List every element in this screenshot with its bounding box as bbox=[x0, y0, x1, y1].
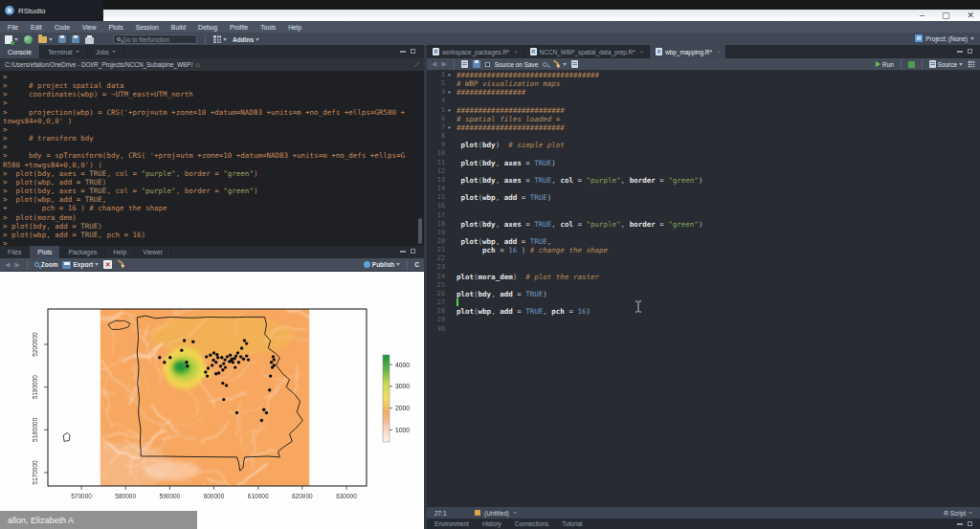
cursor-position: 27:1 bbox=[434, 510, 471, 517]
tab-files[interactable]: Files bbox=[0, 246, 30, 258]
menu-edit[interactable]: Edit bbox=[31, 24, 42, 31]
editor-tab-workspace-packages-r-[interactable]: Rworkspace_packages.R*× bbox=[427, 45, 524, 58]
console-output[interactable]: > > # project spatial data > coordinates… bbox=[0, 71, 424, 246]
run-icon bbox=[876, 61, 880, 67]
app-title: RStudio bbox=[18, 7, 45, 15]
code-line: 27 bbox=[427, 298, 980, 307]
menu-plots[interactable]: Plots bbox=[109, 24, 123, 31]
code-line: 18 plot(bdy, axes = TRUE, col = "purple"… bbox=[427, 220, 980, 229]
tab-help[interactable]: Help bbox=[105, 246, 135, 258]
svg-text:3000: 3000 bbox=[395, 383, 410, 389]
console-scrollbar[interactable] bbox=[418, 218, 422, 244]
publish-label: Publish bbox=[372, 261, 394, 268]
clear-plots-button[interactable] bbox=[117, 260, 125, 269]
plots-pane-buttons[interactable] bbox=[400, 249, 415, 253]
addins-button[interactable]: Addins bbox=[233, 36, 259, 43]
open-file-button[interactable] bbox=[38, 36, 53, 43]
code-line: 3▼################ bbox=[427, 88, 980, 97]
tab-terminal[interactable]: Terminal bbox=[40, 45, 88, 58]
refresh-plot-button[interactable]: C bbox=[414, 261, 419, 268]
svg-text:580000: 580000 bbox=[115, 493, 136, 499]
export-plot-button[interactable]: Export bbox=[62, 261, 99, 269]
compile-report-icon[interactable] bbox=[571, 60, 578, 68]
plot-pane: 5700005800005900006000006100006200006300… bbox=[0, 272, 424, 529]
tab-plots[interactable]: Plots bbox=[30, 246, 60, 258]
project-selector[interactable]: R Project: (None) bbox=[915, 34, 974, 42]
tab-connections[interactable]: Connections bbox=[515, 520, 549, 527]
working-directory: C:/Users/efallon/OneDrive - DOI/R_Projec… bbox=[5, 61, 192, 68]
tab-packages[interactable]: Packages bbox=[60, 246, 105, 258]
print-icon bbox=[85, 37, 94, 44]
save-all-button[interactable] bbox=[72, 35, 79, 43]
menu-build[interactable]: Build bbox=[171, 24, 186, 31]
next-plot-button[interactable]: ▶ bbox=[14, 261, 19, 269]
menu-profile[interactable]: Profile bbox=[230, 24, 248, 31]
source-on-save-checkbox[interactable] bbox=[485, 62, 490, 67]
editor-tab-wbp-mapping-r-[interactable]: Rwbp_mapping.R*× bbox=[650, 45, 726, 58]
editor-pane-buttons[interactable] bbox=[957, 49, 972, 54]
maximize-button[interactable]: ▢ bbox=[942, 11, 950, 20]
code-editor[interactable]: 1▼#################################2# WB… bbox=[427, 71, 980, 507]
menu-code[interactable]: Code bbox=[55, 24, 70, 31]
remove-plot-button[interactable]: ✕ bbox=[103, 260, 112, 269]
publish-button[interactable]: Publish bbox=[364, 261, 400, 268]
tab-viewer[interactable]: Viewer bbox=[135, 246, 171, 258]
popout-icon[interactable] bbox=[461, 60, 468, 68]
goto-placeholder: Go to file/function bbox=[122, 36, 169, 43]
tab-jobs[interactable]: Jobs bbox=[88, 45, 124, 58]
svg-text:630000: 630000 bbox=[336, 493, 357, 499]
code-line: 20 plot(wbp, add = TRUE, bbox=[427, 237, 980, 246]
tab-environment[interactable]: Environment bbox=[434, 520, 469, 527]
panes-grid-icon bbox=[213, 35, 221, 43]
goto-file-input[interactable]: Go to file/function bbox=[113, 34, 197, 44]
print-button[interactable] bbox=[85, 35, 94, 44]
file-type-selector[interactable]: R Script bbox=[944, 510, 972, 517]
islet-outline bbox=[63, 433, 70, 442]
tab-tutorial[interactable]: Tutorial bbox=[562, 520, 582, 527]
zoom-plot-button[interactable]: Zoom bbox=[34, 261, 58, 268]
editor-save-button[interactable] bbox=[473, 60, 480, 68]
save-button[interactable] bbox=[58, 35, 66, 43]
menu-help[interactable]: Help bbox=[288, 24, 301, 31]
window-controls: –▢✕ bbox=[920, 10, 974, 21]
env-pane-buttons[interactable] bbox=[957, 521, 972, 526]
home-icon[interactable]: ⌂ bbox=[195, 62, 199, 68]
svg-text:1000: 1000 bbox=[395, 427, 410, 433]
project-label: Project: (None) bbox=[925, 35, 968, 42]
r-file-icon: R bbox=[433, 48, 439, 55]
editor-tabbar: Rworkspace_packages.R*×RNCCN_WBP_spatial… bbox=[427, 45, 980, 58]
back-button[interactable]: ◀ bbox=[432, 60, 436, 68]
addins-label: Addins bbox=[233, 36, 254, 43]
console-pane-buttons[interactable] bbox=[400, 49, 415, 54]
find-icon[interactable] bbox=[543, 62, 547, 67]
close-tab-icon[interactable]: × bbox=[717, 49, 721, 55]
tab-history[interactable]: History bbox=[482, 520, 501, 527]
source-button[interactable]: Source bbox=[929, 60, 963, 68]
resize-icon: ⟋ bbox=[414, 61, 419, 69]
menu-tools[interactable]: Tools bbox=[260, 24, 276, 31]
document-name[interactable]: (Untitled) bbox=[484, 510, 509, 517]
menu-view[interactable]: View bbox=[82, 24, 97, 31]
code-line: 30 bbox=[427, 325, 980, 334]
menu-debug[interactable]: Debug bbox=[198, 24, 217, 31]
tab-console[interactable]: Console bbox=[0, 45, 40, 58]
close-tab-icon[interactable]: × bbox=[514, 49, 518, 55]
new-file-button[interactable] bbox=[5, 35, 18, 44]
close-tab-icon[interactable]: × bbox=[640, 49, 644, 55]
code-tools-button[interactable] bbox=[552, 60, 567, 69]
editor-tab-nccn-wbp-spatial-data-prep-r-[interactable]: RNCCN_WBP_spatial_data_prep.R*× bbox=[524, 45, 650, 58]
run-button[interactable]: Run bbox=[876, 61, 894, 68]
open-folder-icon bbox=[38, 36, 47, 43]
menu-file[interactable]: File bbox=[8, 24, 18, 31]
menu-session[interactable]: Session bbox=[136, 24, 159, 31]
code-line: 14 bbox=[427, 185, 980, 193]
console-path-bar: C:/Users/efallon/OneDrive - DOI/R_Projec… bbox=[0, 58, 424, 71]
minimize-button[interactable]: – bbox=[920, 11, 924, 20]
forward-button[interactable]: ▶ bbox=[441, 60, 446, 68]
prev-plot-button[interactable]: ◀ bbox=[5, 261, 10, 269]
rerun-icon[interactable] bbox=[908, 61, 915, 68]
panes-button[interactable] bbox=[213, 35, 227, 43]
close-button[interactable]: ✕ bbox=[967, 11, 974, 20]
new-project-button[interactable] bbox=[24, 35, 33, 44]
outline-icon[interactable] bbox=[969, 61, 974, 67]
